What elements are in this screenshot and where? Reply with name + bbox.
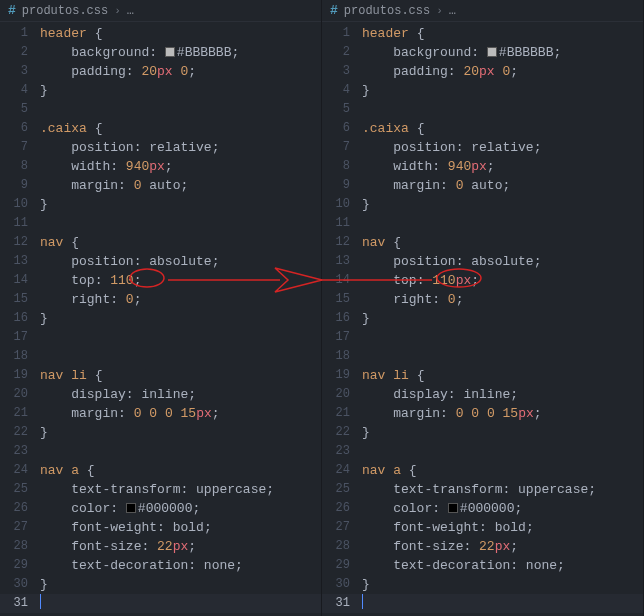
code-line[interactable]: font-size: 22px; bbox=[40, 537, 321, 556]
editor-right[interactable]: 1234567891011121314151617181920212223242… bbox=[322, 22, 643, 616]
line-number: 31 bbox=[322, 594, 350, 613]
code-line[interactable]: color: #000000; bbox=[362, 499, 643, 518]
code-line[interactable]: top: 110; bbox=[40, 271, 321, 290]
line-number: 7 bbox=[322, 138, 350, 157]
code-line[interactable]: } bbox=[362, 195, 643, 214]
line-number: 14 bbox=[322, 271, 350, 290]
code-area[interactable]: header { background: #BBBBBB; padding: 2… bbox=[362, 22, 643, 616]
code-line[interactable]: position: absolute; bbox=[362, 252, 643, 271]
code-line[interactable]: text-decoration: none; bbox=[362, 556, 643, 575]
code-line[interactable] bbox=[40, 442, 321, 461]
line-number: 1 bbox=[0, 24, 28, 43]
code-line[interactable]: margin: 0 0 0 15px; bbox=[40, 404, 321, 423]
code-line[interactable]: header { bbox=[362, 24, 643, 43]
line-number: 9 bbox=[322, 176, 350, 195]
code-line[interactable]: .caixa { bbox=[40, 119, 321, 138]
line-number: 2 bbox=[0, 43, 28, 62]
editor-left[interactable]: 1234567891011121314151617181920212223242… bbox=[0, 22, 321, 616]
code-line[interactable]: text-decoration: none; bbox=[40, 556, 321, 575]
code-line[interactable]: .caixa { bbox=[362, 119, 643, 138]
line-number: 21 bbox=[0, 404, 28, 423]
code-line[interactable]: } bbox=[40, 81, 321, 100]
line-number: 29 bbox=[322, 556, 350, 575]
code-line[interactable]: position: absolute; bbox=[40, 252, 321, 271]
line-number: 30 bbox=[0, 575, 28, 594]
code-line[interactable]: font-weight: bold; bbox=[40, 518, 321, 537]
line-number: 7 bbox=[0, 138, 28, 157]
line-number: 18 bbox=[0, 347, 28, 366]
code-line[interactable]: position: relative; bbox=[362, 138, 643, 157]
code-line[interactable] bbox=[362, 347, 643, 366]
code-line[interactable]: margin: 0 0 0 15px; bbox=[362, 404, 643, 423]
code-line[interactable] bbox=[40, 328, 321, 347]
code-line[interactable]: nav { bbox=[362, 233, 643, 252]
code-line[interactable]: margin: 0 auto; bbox=[40, 176, 321, 195]
code-line[interactable]: } bbox=[362, 309, 643, 328]
code-line[interactable]: } bbox=[362, 81, 643, 100]
css-icon: # bbox=[8, 3, 16, 18]
code-area[interactable]: header { background: #BBBBBB; padding: 2… bbox=[40, 22, 321, 616]
code-line[interactable]: width: 940px; bbox=[362, 157, 643, 176]
line-number: 12 bbox=[0, 233, 28, 252]
code-line[interactable]: nav a { bbox=[362, 461, 643, 480]
code-line[interactable]: right: 0; bbox=[362, 290, 643, 309]
code-line[interactable]: } bbox=[40, 195, 321, 214]
code-line[interactable] bbox=[40, 347, 321, 366]
breadcrumb[interactable]: # produtos.css › … bbox=[322, 0, 643, 22]
code-line[interactable]: font-size: 22px; bbox=[362, 537, 643, 556]
line-number: 15 bbox=[322, 290, 350, 309]
code-line[interactable]: top: 110px; bbox=[362, 271, 643, 290]
code-line[interactable] bbox=[40, 594, 321, 613]
line-number: 11 bbox=[322, 214, 350, 233]
code-line[interactable]: padding: 20px 0; bbox=[40, 62, 321, 81]
code-line[interactable]: nav a { bbox=[40, 461, 321, 480]
code-line[interactable] bbox=[362, 594, 643, 613]
code-line[interactable]: nav li { bbox=[362, 366, 643, 385]
code-line[interactable] bbox=[362, 214, 643, 233]
code-line[interactable] bbox=[40, 214, 321, 233]
code-line[interactable]: display: inline; bbox=[40, 385, 321, 404]
code-line[interactable]: header { bbox=[40, 24, 321, 43]
breadcrumb-file: produtos.css bbox=[344, 4, 430, 18]
line-number: 25 bbox=[322, 480, 350, 499]
breadcrumb[interactable]: # produtos.css › … bbox=[0, 0, 321, 22]
code-line[interactable]: } bbox=[362, 575, 643, 594]
code-line[interactable]: text-transform: uppercase; bbox=[362, 480, 643, 499]
line-number: 24 bbox=[0, 461, 28, 480]
line-number: 23 bbox=[322, 442, 350, 461]
code-line[interactable]: nav { bbox=[40, 233, 321, 252]
line-number: 19 bbox=[322, 366, 350, 385]
code-line[interactable]: nav li { bbox=[40, 366, 321, 385]
line-number: 13 bbox=[322, 252, 350, 271]
line-number: 8 bbox=[322, 157, 350, 176]
code-line[interactable]: } bbox=[40, 423, 321, 442]
chevron-right-icon: › bbox=[114, 5, 121, 17]
css-icon: # bbox=[330, 3, 338, 18]
line-number: 5 bbox=[0, 100, 28, 119]
code-line[interactable]: } bbox=[40, 575, 321, 594]
code-line[interactable]: display: inline; bbox=[362, 385, 643, 404]
code-line[interactable]: font-weight: bold; bbox=[362, 518, 643, 537]
code-line[interactable]: background: #BBBBBB; bbox=[362, 43, 643, 62]
line-number: 18 bbox=[322, 347, 350, 366]
code-line[interactable]: position: relative; bbox=[40, 138, 321, 157]
code-line[interactable]: width: 940px; bbox=[40, 157, 321, 176]
code-line[interactable]: margin: 0 auto; bbox=[362, 176, 643, 195]
code-line[interactable] bbox=[362, 328, 643, 347]
code-line[interactable]: text-transform: uppercase; bbox=[40, 480, 321, 499]
code-line[interactable] bbox=[362, 442, 643, 461]
code-line[interactable]: padding: 20px 0; bbox=[362, 62, 643, 81]
line-number: 26 bbox=[322, 499, 350, 518]
line-number: 13 bbox=[0, 252, 28, 271]
line-number: 26 bbox=[0, 499, 28, 518]
line-number: 3 bbox=[0, 62, 28, 81]
code-line[interactable]: background: #BBBBBB; bbox=[40, 43, 321, 62]
code-line[interactable]: } bbox=[40, 309, 321, 328]
code-line[interactable]: right: 0; bbox=[40, 290, 321, 309]
code-line[interactable]: color: #000000; bbox=[40, 499, 321, 518]
code-line[interactable] bbox=[362, 100, 643, 119]
code-line[interactable]: } bbox=[362, 423, 643, 442]
line-number: 5 bbox=[322, 100, 350, 119]
line-number: 8 bbox=[0, 157, 28, 176]
code-line[interactable] bbox=[40, 100, 321, 119]
